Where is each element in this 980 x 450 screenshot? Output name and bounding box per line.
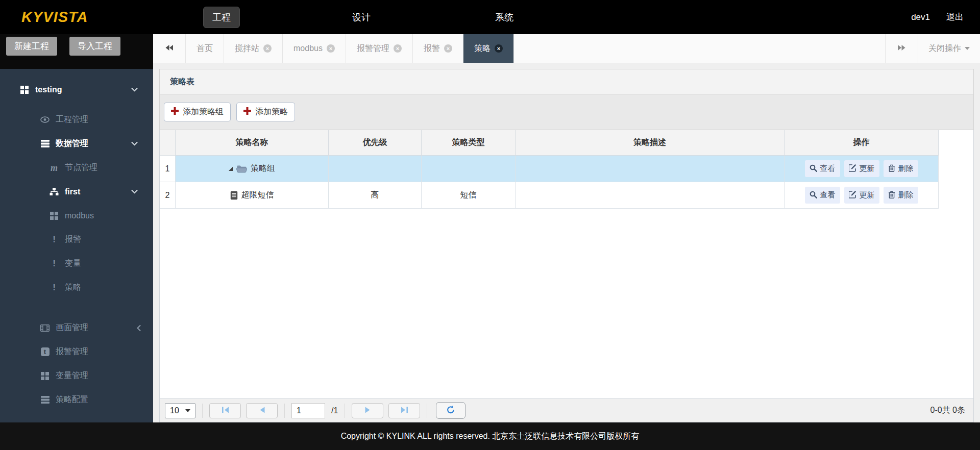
close-icon[interactable]: × (394, 44, 402, 53)
refresh-button[interactable] (436, 402, 465, 419)
column-header-策略类型[interactable]: 策略类型 (422, 130, 516, 156)
top-bar: KYVISTA 工程设计系统 dev1 退出 (0, 0, 980, 34)
delete-button[interactable]: 删除 (884, 160, 918, 177)
database-icon (39, 140, 51, 147)
column-header-策略名称[interactable]: 策略名称 (176, 130, 329, 156)
prev-page-button[interactable] (246, 403, 278, 418)
action-label: 删除 (898, 190, 914, 200)
main-content: 首页 搅拌站 × modbus × 报警管理 × 报警 × 策略 × 关闭操作 (153, 34, 980, 422)
sidebar-item-modbus[interactable]: modbus (0, 204, 153, 228)
policy-name: 策略组 (251, 163, 275, 174)
update-button[interactable]: 更新 (844, 187, 879, 204)
next-page-icon (365, 406, 371, 415)
header-gutter (939, 130, 973, 156)
plus-icon (171, 107, 179, 117)
first-page-button[interactable] (209, 403, 241, 418)
table-row[interactable]: 2超限短信高短信 查看 更新 删除 (160, 182, 973, 209)
row-number-header (160, 130, 176, 156)
policy-table: 策略名称优先级策略类型策略描述操作 1策略组 查看 更新 删除 2超限短信高短信… (159, 130, 974, 422)
close-icon[interactable]: × (263, 44, 272, 53)
sidebar-item-testing[interactable]: testing (0, 77, 153, 103)
close-icon[interactable]: × (495, 44, 503, 53)
tab-首页[interactable]: 首页 (186, 34, 224, 63)
tabs-scroll-left-button[interactable] (153, 34, 186, 63)
logout-button[interactable]: 退出 (946, 11, 964, 23)
sidebar-item-报警[interactable]: ! 报警 (0, 228, 153, 252)
sidebar-item-label: 工程管理 (56, 114, 88, 125)
sidebar-item-变量管理[interactable]: 变量管理 (0, 364, 153, 388)
current-user[interactable]: dev1 (911, 12, 930, 22)
close-icon[interactable]: × (444, 44, 452, 53)
trash-icon (888, 164, 895, 173)
add-policy-group-button[interactable]: 添加策略组 (164, 103, 231, 121)
update-button[interactable]: 更新 (844, 160, 879, 177)
column-header-优先级[interactable]: 优先级 (329, 130, 422, 156)
page-size-select[interactable]: 10 (165, 403, 195, 418)
sidebar-item-节点管理[interactable]: m 节点管理 (0, 156, 153, 180)
m-icon: m (48, 163, 60, 172)
close-icon[interactable]: × (327, 44, 335, 53)
sidebar-item-变量[interactable]: ! 变量 (0, 252, 153, 276)
sidebar-item-数据管理[interactable]: 数据管理 (0, 132, 153, 156)
topnav-project[interactable]: 工程 (203, 7, 240, 28)
sidebar-item-工程管理[interactable]: 工程管理 (0, 108, 153, 132)
import-project-button[interactable]: 导入工程 (69, 37, 120, 56)
tab-label: 策略 (474, 43, 491, 54)
policy-name-cell[interactable]: 超限短信 (176, 182, 329, 209)
sidebar-item-策略[interactable]: ! 策略 (0, 276, 153, 299)
sidebar-item-报警管理[interactable]: t 报警管理 (0, 340, 153, 364)
sidebar-item-first[interactable]: first (0, 180, 153, 204)
sidebar-item-label: 节点管理 (65, 162, 97, 173)
kyvista-logo: KYVISTA (21, 9, 88, 26)
exclamation-icon: ! (48, 235, 60, 244)
add-policy-button[interactable]: 添加策略 (236, 103, 295, 121)
tabs-strip: 首页 搅拌站 × modbus × 报警管理 × 报警 × 策略 × (186, 34, 514, 63)
tab-modbus[interactable]: modbus × (283, 34, 346, 63)
table-header-row: 策略名称优先级策略类型策略描述操作 (160, 130, 973, 156)
sidebar-item-label: 策略配置 (56, 394, 88, 405)
delete-button[interactable]: 删除 (884, 187, 918, 204)
policy-name-cell[interactable]: 策略组 (176, 156, 329, 182)
page-area: 策略表 添加策略组 添加策略 策略名称优先级策略类型策略描述操作 1策略组 查看… (153, 63, 980, 422)
plus-icon (243, 107, 251, 117)
tabs-scroll-right-button[interactable] (885, 34, 918, 63)
expand-triangle-icon[interactable] (229, 167, 233, 171)
column-header-操作[interactable]: 操作 (785, 130, 939, 156)
sidebar-item-label: 策略 (65, 282, 81, 293)
view-button[interactable]: 查看 (805, 160, 840, 177)
tab-报警[interactable]: 报警 × (413, 34, 463, 63)
film-icon (39, 324, 51, 332)
tab-报警管理[interactable]: 报警管理 × (346, 34, 413, 63)
topnav-system[interactable]: 系统 (495, 11, 513, 23)
double-left-icon (165, 44, 174, 53)
sidebar-item-label: testing (35, 85, 62, 94)
page-number-input[interactable] (291, 403, 325, 418)
view-button[interactable]: 查看 (805, 187, 840, 204)
close-operations-menu[interactable]: 关闭操作 (918, 34, 980, 63)
button-label: 添加策略 (255, 107, 288, 117)
action-label: 查看 (820, 190, 836, 200)
chevron-down-icon (131, 141, 138, 146)
button-label: 添加策略组 (183, 107, 224, 117)
tab-策略[interactable]: 策略 × (463, 34, 514, 63)
row-gutter (939, 182, 973, 209)
row-number: 1 (160, 156, 176, 182)
row-number: 2 (160, 182, 176, 209)
sidebar: 新建工程 导入工程 testing 工程管理 数据管理 m 节点管理 first… (0, 34, 153, 422)
chevron-down-icon (131, 189, 138, 194)
sidebar-item-画面管理[interactable]: 画面管理 (0, 316, 153, 340)
sidebar-item-label: first (65, 187, 80, 196)
sitemap-icon (48, 188, 60, 195)
topnav-design[interactable]: 设计 (352, 11, 371, 23)
tabbar-right: 关闭操作 (885, 34, 980, 63)
search-icon (810, 164, 817, 173)
table-empty-area (160, 209, 973, 398)
table-row[interactable]: 1策略组 查看 更新 删除 (160, 156, 973, 182)
column-header-策略描述[interactable]: 策略描述 (516, 130, 785, 156)
last-page-button[interactable] (388, 403, 420, 418)
new-project-button[interactable]: 新建工程 (6, 37, 57, 56)
tab-搅拌站[interactable]: 搅拌站 × (224, 34, 283, 63)
edit-icon (849, 164, 856, 173)
next-page-button[interactable] (352, 403, 383, 418)
sidebar-item-策略配置[interactable]: 策略配置 (0, 388, 153, 412)
